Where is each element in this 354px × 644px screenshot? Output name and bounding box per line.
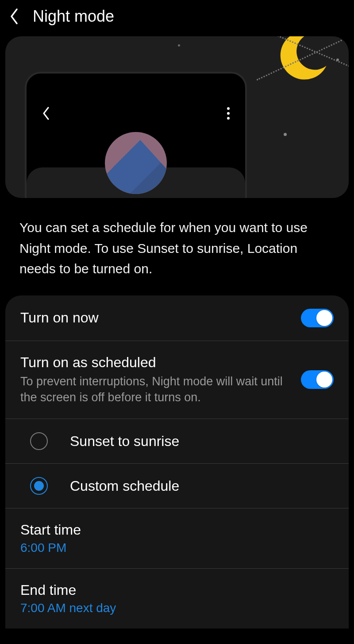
- end-time-label: End time: [20, 582, 334, 598]
- svg-point-2: [227, 117, 230, 120]
- end-time-row[interactable]: End time 7:00 AM next day: [5, 569, 349, 628]
- scheduled-toggle[interactable]: [301, 370, 334, 389]
- radio-custom-row[interactable]: Custom schedule: [5, 464, 349, 508]
- description-text: You can set a schedule for when you want…: [0, 198, 354, 295]
- radio-sunset-label: Sunset to sunrise: [70, 433, 179, 450]
- phone-mockup: [25, 72, 247, 198]
- mock-back-icon: [42, 106, 50, 120]
- planet-icon: [105, 132, 167, 194]
- radio-custom-label: Custom schedule: [70, 478, 179, 494]
- start-time-value: 6:00 PM: [20, 541, 334, 555]
- radio-custom[interactable]: [30, 477, 48, 495]
- scheduled-sub: To prevent interruptions, Night mode wil…: [20, 373, 292, 406]
- star-icon: [284, 133, 287, 136]
- svg-point-1: [227, 112, 230, 115]
- back-icon[interactable]: [9, 8, 19, 25]
- moon-icon: [273, 36, 331, 86]
- star-icon: [178, 44, 180, 47]
- page-title: Night mode: [33, 7, 114, 26]
- start-time-row[interactable]: Start time 6:00 PM: [5, 508, 349, 569]
- turn-on-now-label: Turn on now: [20, 310, 292, 326]
- scheduled-row[interactable]: Turn on as scheduled To prevent interrup…: [5, 341, 349, 419]
- preview-illustration: [5, 36, 349, 198]
- app-header: Night mode: [0, 0, 354, 36]
- star-icon: [336, 58, 339, 61]
- scheduled-label: Turn on as scheduled: [20, 354, 292, 371]
- turn-on-now-row[interactable]: Turn on now: [5, 295, 349, 341]
- radio-sunset[interactable]: [30, 432, 48, 450]
- radio-sunset-row[interactable]: Sunset to sunrise: [5, 419, 349, 464]
- end-time-value: 7:00 AM next day: [20, 601, 334, 615]
- start-time-label: Start time: [20, 522, 334, 538]
- turn-on-now-toggle[interactable]: [301, 309, 334, 327]
- svg-point-0: [227, 107, 230, 110]
- settings-list: Turn on now Turn on as scheduled To prev…: [5, 295, 349, 629]
- mock-overflow-icon: [227, 106, 230, 120]
